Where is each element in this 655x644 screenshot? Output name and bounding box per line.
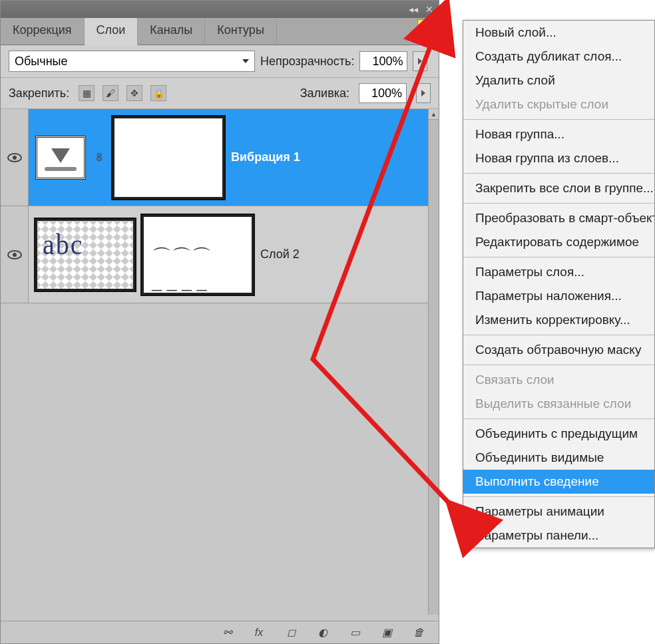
layers-list: 𝟠 Вибрация 1 abc ⌒⌒⌒_ _ _ _ Слой 2 ▲ [1,109,439,615]
layers-panel: ◂◂ ✕ Коррекция Слои Каналы Контуры Обычн… [0,0,439,644]
menu-separator [463,203,654,204]
visibility-eye-icon[interactable] [7,250,22,259]
layer-thumb[interactable]: abc [35,219,135,291]
lock-all-icon[interactable]: 🔒 [150,85,166,101]
titlebar: ◂◂ ✕ [1,1,439,18]
layer-row-vibration[interactable]: 𝟠 Вибрация 1 [1,109,439,206]
menu-item[interactable]: Создать обтравочную маску [463,338,654,362]
layer-name[interactable]: Слой 2 [260,247,300,261]
lock-label: Закрепить: [9,86,69,100]
opacity-input[interactable] [359,51,407,71]
visibility-eye-icon[interactable] [7,153,22,162]
menu-separator [463,418,654,419]
link-icon: 𝟠 [93,148,106,167]
menu-item[interactable]: Удалить слой [463,69,654,92]
menu-item[interactable]: Параметры слоя... [463,260,654,284]
menu-item[interactable]: Выполнить сведение [463,470,654,494]
layers-bottom-bar: ⚯ fx ◻ ◐ ▭ ▣ 🗑 [1,621,439,643]
opacity-label: Непрозрачность: [260,55,354,69]
lock-fill-row: Закрепить: ▦ 🖌 ✥ 🔒 Заливка: [1,78,439,109]
fx-icon[interactable]: fx [251,625,267,640]
tab-correction[interactable]: Коррекция [1,18,85,45]
menu-item[interactable]: Параметры панели... [463,524,654,548]
blend-mode-select[interactable]: Обычные [9,51,255,72]
new-layer-icon[interactable]: ▣ [379,625,395,640]
menu-separator [463,496,654,497]
menu-item[interactable]: Объединить с предыдущим [463,422,654,446]
tab-channels[interactable]: Каналы [138,18,205,45]
menu-item: Выделить связанные слои [463,392,654,416]
link-layers-icon[interactable]: ⚯ [219,625,235,640]
menu-item[interactable]: Создать дубликат слоя... [463,45,654,69]
tab-paths[interactable]: Контуры [205,18,277,45]
menu-item[interactable]: Закрепить все слои в группе... [463,176,654,200]
adjustment-thumb[interactable] [35,136,86,180]
fill-flyout-button[interactable] [416,83,431,103]
layers-scrollbar[interactable]: ▲ [428,109,439,615]
lock-icons: ▦ 🖌 ✥ 🔒 [79,85,166,101]
collapse-icon[interactable]: ◂◂ [407,4,420,15]
lock-transparency-icon[interactable]: ▦ [79,85,95,101]
close-icon[interactable]: ✕ [423,4,435,15]
menu-separator [463,173,654,174]
flyout-menu-button[interactable] [417,19,437,39]
fill-label: Заливка: [300,86,349,100]
fill-input[interactable] [359,83,407,103]
blend-mode-value: Обычные [15,55,68,69]
menu-item[interactable]: Новая группа... [463,122,654,146]
menu-separator [463,335,654,335]
menu-separator [463,365,654,365]
panel-context-menu: Новый слой...Создать дубликат слоя...Уда… [463,20,655,548]
menu-item[interactable]: Изменить корректировку... [463,308,654,332]
menu-item[interactable]: Параметры наложения... [463,284,654,308]
lock-position-icon[interactable]: ✥ [126,85,142,101]
mask-thumb[interactable] [112,116,224,199]
menu-item: Связать слои [463,368,654,392]
menu-item[interactable]: Параметры анимации [463,500,654,524]
trash-icon[interactable]: 🗑 [411,625,427,640]
menu-item[interactable]: Преобразовать в смарт-объект [463,206,654,230]
mask-icon[interactable]: ◻ [283,625,299,640]
menu-item: Удалить скрытые слои [463,92,654,116]
scroll-up-icon[interactable]: ▲ [429,109,439,120]
menu-separator [463,119,654,120]
adjustment-icon[interactable]: ◐ [315,625,331,640]
opacity-flyout-button[interactable] [413,51,427,71]
chevron-down-icon [242,59,249,63]
menu-item[interactable]: Объединить видимые [463,446,654,470]
menu-item[interactable]: Редактировать содержимое [463,230,654,254]
lock-pixels-icon[interactable]: 🖌 [103,85,118,101]
layer-row-2[interactable]: abc ⌒⌒⌒_ _ _ _ Слой 2 [1,206,439,303]
menu-separator [463,257,654,257]
blend-opacity-row: Обычные Непрозрачность: [1,45,439,78]
menu-item[interactable]: Новый слой... [463,21,654,45]
menu-item[interactable]: Новая группа из слоев... [463,146,654,170]
tab-layers[interactable]: Слои [85,18,138,45]
layer-name[interactable]: Вибрация 1 [231,150,300,164]
mask-thumb-2[interactable]: ⌒⌒⌒_ _ _ _ [142,215,254,295]
panel-tabs: Коррекция Слои Каналы Контуры [1,18,439,45]
folder-icon[interactable]: ▭ [347,625,363,640]
